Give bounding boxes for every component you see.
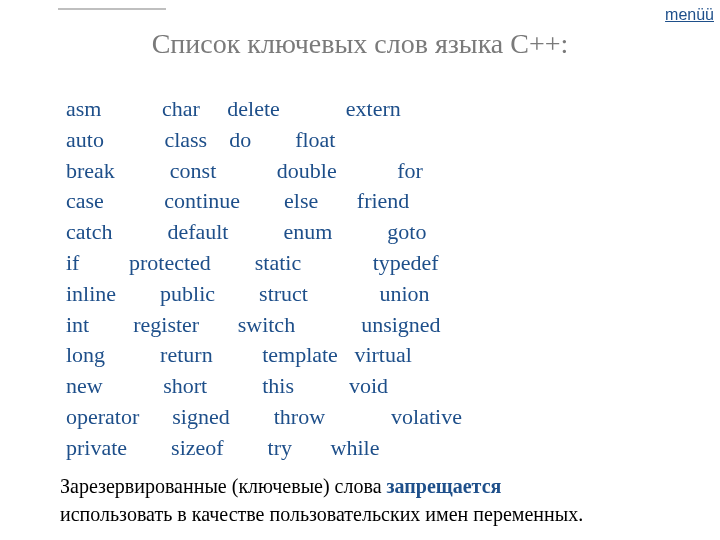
note-prefix: Зарезервированные (ключевые) слова [60,475,387,497]
menu-link[interactable]: menüü [665,6,714,24]
note-forbid: запрещается [387,475,502,497]
keyword-list: asm char delete extern auto class do flo… [66,94,626,464]
header-rule [58,8,166,10]
page-title: Список ключевых слов языка С++: [0,28,720,60]
note-rest: использовать в качестве пользовательских… [60,503,583,525]
note-text: Зарезервированные (ключевые) слова запре… [60,472,660,528]
